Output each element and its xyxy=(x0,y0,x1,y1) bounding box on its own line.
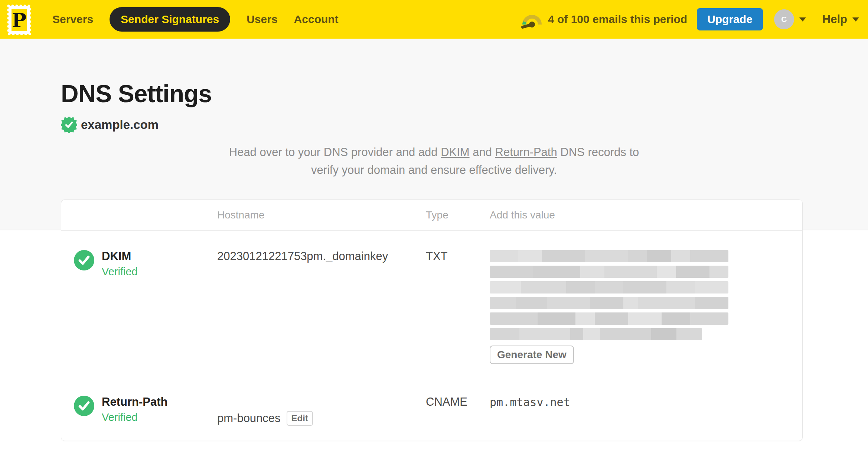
verified-check-icon xyxy=(74,250,94,270)
return-path-hostname: pm-bounces xyxy=(217,412,281,425)
return-path-link[interactable]: Return-Path xyxy=(495,146,557,159)
record-name: DKIM xyxy=(102,250,138,263)
logo-letter: P xyxy=(12,9,26,32)
dkim-link[interactable]: DKIM xyxy=(441,146,470,159)
redacted-value-line xyxy=(490,312,728,325)
redacted-value-line xyxy=(490,266,728,278)
main-content: DNS Settings example.com Head over to yo… xyxy=(0,39,868,230)
status-badge: Verified xyxy=(102,411,167,424)
domain-row: example.com xyxy=(61,117,868,133)
description-text: Head over to your DNS provider and add D… xyxy=(193,143,675,179)
return-path-type: CNAME xyxy=(426,396,490,441)
account-menu[interactable]: C xyxy=(774,9,806,29)
redacted-dns-value xyxy=(490,250,728,340)
return-path-value: pm.mtasv.net xyxy=(490,396,802,441)
help-label: Help xyxy=(822,13,847,26)
dkim-type: TXT xyxy=(426,250,490,375)
return-path-status-cell: Return-Path Verified xyxy=(74,396,217,441)
page-title: DNS Settings xyxy=(61,80,868,108)
nav-item-users[interactable]: Users xyxy=(247,13,277,26)
dkim-value-cell: Generate New xyxy=(490,250,802,375)
postmark-logo[interactable]: P xyxy=(7,4,32,36)
dkim-status-cell: DKIM Verified xyxy=(74,250,217,375)
nav-item-account[interactable]: Account xyxy=(294,13,339,26)
column-header-value: Add this value xyxy=(490,209,802,221)
avatar[interactable]: C xyxy=(774,9,794,29)
nav-right-group: 4 of 100 emails this period Upgrade C He… xyxy=(521,8,859,30)
usage-gauge-icon xyxy=(521,12,543,30)
generate-new-button[interactable]: Generate New xyxy=(490,346,574,364)
help-menu[interactable]: Help xyxy=(822,13,859,26)
status-badge: Verified xyxy=(102,266,138,278)
description-segment: DNS records to xyxy=(557,146,639,159)
description-segment: verify your domain and ensure effective … xyxy=(311,163,557,176)
dns-records-table: Hostname Type Add this value DKIM Verifi… xyxy=(61,200,803,441)
redacted-value-line xyxy=(490,250,728,262)
top-nav: P Servers Sender Signatures Users Accoun… xyxy=(0,0,868,39)
table-row-return-path: Return-Path Verified pm-bounces Edit CNA… xyxy=(61,375,802,441)
chevron-down-icon xyxy=(852,17,859,22)
verified-check-icon xyxy=(74,396,94,416)
description-segment: and xyxy=(470,146,495,159)
dkim-hostname: 20230121221753pm._domainkey xyxy=(217,250,426,375)
usage-counter: 4 of 100 emails this period xyxy=(548,13,687,26)
record-name: Return-Path xyxy=(102,396,167,408)
chevron-down-icon xyxy=(799,17,806,22)
redacted-value-line xyxy=(490,281,728,294)
description-segment: Head over to your DNS provider and add xyxy=(229,146,441,159)
redacted-value-line xyxy=(490,297,728,309)
nav-item-servers[interactable]: Servers xyxy=(52,13,93,26)
column-header-type: Type xyxy=(426,209,490,221)
verified-seal-icon xyxy=(61,117,77,133)
edit-button[interactable]: Edit xyxy=(287,411,313,426)
nav-item-sender-signatures[interactable]: Sender Signatures xyxy=(110,7,230,32)
upgrade-button[interactable]: Upgrade xyxy=(697,8,763,30)
return-path-hostname-cell: pm-bounces Edit xyxy=(217,396,426,441)
domain-name: example.com xyxy=(81,118,159,132)
column-header-hostname: Hostname xyxy=(217,209,426,221)
table-row-dkim: DKIM Verified 20230121221753pm._domainke… xyxy=(61,231,802,375)
redacted-value-line xyxy=(490,328,702,340)
primary-nav: Servers Sender Signatures Users Account xyxy=(52,7,339,32)
table-header-row: Hostname Type Add this value xyxy=(61,200,802,231)
